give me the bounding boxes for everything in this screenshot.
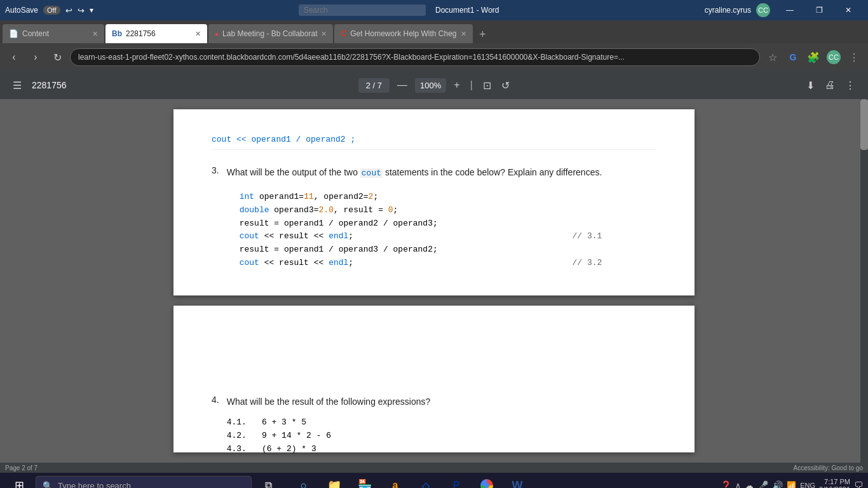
autosave-toggle[interactable]: Off — [43, 6, 60, 15]
windows-icon: ⊞ — [15, 478, 24, 488]
page-number: 2 / 7 — [366, 81, 382, 90]
accessibility-text: Accessibility: Good to go — [794, 464, 864, 471]
fit-page-button[interactable]: ⊡ — [480, 77, 494, 94]
pdf-menu-button[interactable]: ☰ — [10, 77, 24, 94]
extension-icon[interactable]: 🧩 — [804, 48, 822, 66]
q3-text: What will be the output of the two cout … — [227, 165, 602, 180]
code-line-2: double operand3=2.0, result = 0; — [240, 204, 602, 217]
tab-lab-close[interactable]: ✕ — [321, 30, 327, 38]
q4-1-num: 4.1. — [227, 417, 247, 427]
reload-button[interactable]: ↻ — [48, 48, 66, 66]
doc-title: Document1 - Word — [435, 6, 499, 15]
word-button[interactable]: W — [503, 473, 531, 488]
title-search-input[interactable] — [299, 4, 426, 16]
code-line-5: result = operand1 / operand3 / operand2; — [240, 243, 602, 257]
taskbar-search-bar[interactable]: 🔍 Type here to search — [36, 476, 252, 488]
time-display: 7:17 PM — [819, 478, 850, 485]
scrollbar-track[interactable] — [860, 99, 868, 463]
tab-chegg-icon: C — [341, 29, 346, 38]
tab-bb-close[interactable]: ✕ — [195, 30, 201, 38]
tab-content-label: Content — [22, 29, 49, 38]
rotate-button[interactable]: ↺ — [499, 77, 512, 94]
pdf-toolbar-left: ☰ 2281756 — [10, 77, 67, 94]
zoom-out-button[interactable]: — — [395, 77, 410, 93]
store-button[interactable]: 🏪 — [351, 473, 379, 488]
back-button[interactable]: ‹ — [5, 48, 23, 66]
question-3: 3. What will be the output of the two co… — [212, 165, 656, 270]
title-bar-center: Document1 - Word — [93, 4, 705, 16]
redo-icon[interactable]: ↪ — [78, 6, 85, 15]
q4-item-3: 4.3. (6 + 2) * 3 — [227, 444, 431, 454]
mic-icon[interactable]: 🎤 — [757, 480, 768, 488]
bookmark-icon[interactable]: ☆ — [764, 48, 782, 66]
speaker-icon[interactable]: 🔊 — [772, 480, 783, 488]
download-button[interactable]: ⬇ — [804, 77, 817, 94]
window-controls: — ❐ ✕ — [775, 0, 863, 20]
page-info: 2 / 7 — [358, 78, 390, 93]
menu-icon[interactable]: ⋮ — [845, 48, 863, 66]
new-tab-button[interactable]: + — [474, 25, 492, 43]
tab-content[interactable]: 📄 Content ✕ — [3, 24, 104, 43]
autosave-label: AutoSave — [5, 6, 38, 15]
task-view-button[interactable]: ⧉ — [254, 473, 282, 488]
forward-button[interactable]: › — [27, 48, 44, 66]
lang-label: ENG — [800, 482, 815, 488]
user-avatar: CC — [756, 3, 770, 17]
tab-bb[interactable]: Bb 2281756 ✕ — [105, 24, 207, 43]
notifications-icon[interactable]: 🗨 — [854, 480, 863, 488]
tab-chegg-close[interactable]: ✕ — [461, 30, 466, 38]
cloud-icon[interactable]: ☁ — [745, 480, 754, 488]
q4-number: 4. — [212, 395, 219, 458]
q3-number: 3. — [212, 165, 219, 270]
title-bar-right: cyraline.cyrus CC — ❐ ✕ — [705, 0, 863, 20]
q3-code-block: int operand1=11, operand2=2; double oper… — [240, 191, 602, 270]
close-button[interactable]: ✕ — [834, 0, 863, 20]
tab-lab[interactable]: ● Lab Meeting - Bb Collaborat ✕ — [208, 24, 333, 43]
tab-content-close[interactable]: ✕ — [92, 30, 98, 38]
q4-items: 4.1. 6 + 3 * 5 4.2. 9 + 14 * 2 - 6 4.3. … — [227, 417, 431, 454]
google-icon[interactable]: G — [784, 48, 802, 66]
question-4: 4. What will be the result of the follow… — [212, 395, 656, 458]
file-explorer-button[interactable]: 📁 — [320, 473, 348, 488]
undo-icon[interactable]: ↩ — [65, 6, 72, 15]
profile-icon[interactable]: CC — [825, 48, 843, 66]
q4-1-expr: 6 + 3 * 5 — [262, 417, 306, 427]
chrome-button[interactable] — [473, 473, 501, 488]
user-label: cyraline.cyrus — [705, 6, 751, 15]
page-top-code: cout << operand1 / operand2 ; — [212, 135, 656, 150]
network-icon[interactable]: 📶 — [787, 481, 796, 488]
print-button[interactable]: 🖨 — [822, 77, 837, 93]
help-icon[interactable]: ❓ — [721, 480, 731, 488]
address-input[interactable] — [70, 48, 760, 66]
start-button[interactable]: ⊞ — [5, 473, 33, 488]
dropbox-button[interactable]: ◇ — [412, 473, 440, 488]
address-actions: ☆ G 🧩 CC ⋮ — [764, 48, 863, 66]
taskbar-apps: ○ 📁 🏪 a ◇ P W — [290, 473, 718, 488]
taskbar-time: 7:17 PM 2/16/2021 — [819, 478, 850, 488]
pdf-viewer[interactable]: cout << operand1 / operand2 ; 3. What wi… — [0, 99, 868, 463]
tab-content-icon: 📄 — [9, 29, 18, 38]
amazon-button[interactable]: a — [381, 473, 409, 488]
cortana-button[interactable]: ○ — [290, 473, 318, 488]
q3-inline-code: cout — [360, 168, 383, 178]
maximize-button[interactable]: ❐ — [804, 0, 834, 20]
pdf-page-1: cout << operand1 / operand2 ; 3. What wi… — [173, 109, 695, 295]
pdf-page-2: 4. What will be the result of the follow… — [173, 306, 695, 452]
tab-bb-label: 2281756 — [126, 29, 156, 38]
taskbar: ⊞ 🔍 Type here to search ⧉ ○ 📁 🏪 a ◇ P — [0, 473, 868, 488]
pdf-toolbar-center: 2 / 7 — 100% + | ⊡ ↺ — [358, 77, 512, 94]
cortana-icon: ○ — [301, 479, 308, 489]
tab-chegg[interactable]: C Get Homework Help With Cheg ✕ — [334, 24, 472, 43]
minimize-button[interactable]: — — [775, 0, 804, 20]
paypal-icon: P — [453, 480, 460, 488]
top-code-text: cout << operand1 / operand2 ; — [212, 135, 355, 144]
chevron-up-icon[interactable]: ∧ — [735, 481, 741, 488]
task-view-icon: ⧉ — [265, 480, 272, 488]
title-bar: AutoSave Off ↩ ↪ ▾ Document1 - Word cyra… — [0, 0, 868, 20]
tab-lab-icon: ● — [215, 30, 219, 37]
scrollbar-thumb[interactable] — [860, 99, 868, 150]
more-options-button[interactable]: ⋮ — [843, 77, 858, 94]
tab-chegg-label: Get Homework Help With Cheg — [350, 29, 456, 38]
paypal-button[interactable]: P — [442, 473, 470, 488]
zoom-in-button[interactable]: + — [451, 77, 462, 93]
